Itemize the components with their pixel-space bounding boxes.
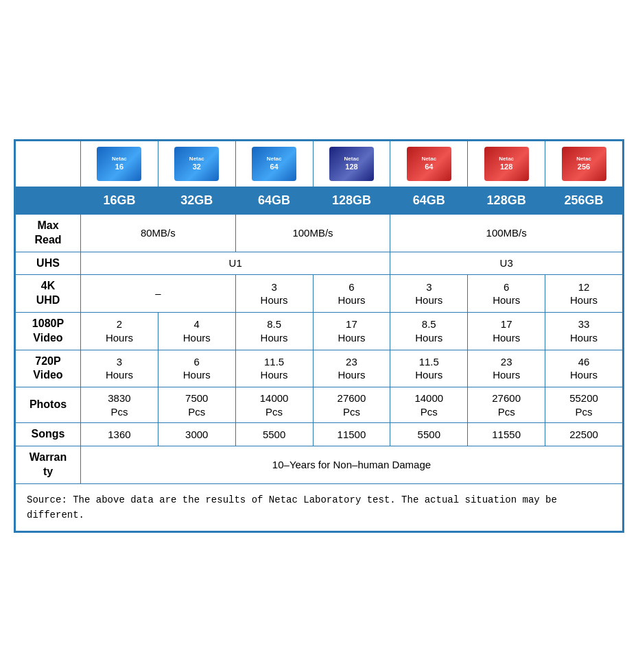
source-row: Source: The above data are the results o… (16, 483, 623, 531)
header-64gb-pro: 64GB (390, 187, 468, 214)
card-64gb-blue: Netac 64 (235, 141, 313, 187)
header-empty (16, 187, 81, 214)
720p-16gb: 3Hours (81, 350, 158, 387)
header-16gb: 16GB (81, 187, 158, 214)
songs-row: Songs 1360 3000 5500 11500 5500 11550 22… (16, 423, 623, 446)
warranty-value: 10–Years for Non–human Damage (81, 446, 623, 483)
photos-row: Photos 3830Pcs 7500Pcs 14000Pcs 27600Pcs… (16, 387, 623, 423)
4k-uhd-6h-128gb: 6Hours (313, 275, 390, 313)
photos-16gb: 3830Pcs (81, 387, 158, 423)
photos-red256: 55200Pcs (545, 387, 623, 423)
1080p-32gb: 4Hours (158, 313, 235, 350)
songs-128gb: 11500 (313, 423, 390, 446)
720p-64gb: 11.5Hours (235, 350, 313, 387)
720p-video-row: 720PVideo 3Hours 6Hours 11.5Hours 23Hour… (16, 350, 623, 387)
4k-uhd-3h-red64: 3Hours (390, 275, 468, 313)
uhs-u1: U1 (81, 252, 390, 275)
header-32gb: 32GB (158, 187, 235, 214)
photos-32gb: 7500Pcs (158, 387, 235, 423)
warranty-label: Warranty (16, 446, 81, 483)
720p-32gb: 6Hours (158, 350, 235, 387)
gb-header-row: 16GB 32GB 64GB 128GB 64GB 128GB 256GB (16, 187, 623, 214)
720p-red64: 11.5Hours (390, 350, 468, 387)
photos-label: Photos (16, 387, 81, 423)
max-read-80: 80MB/s (81, 215, 236, 252)
max-read-100-blue: 100MB/s (235, 215, 390, 252)
songs-red128: 11550 (468, 423, 545, 446)
720p-label: 720PVideo (16, 350, 81, 387)
720p-red128: 23Hours (468, 350, 545, 387)
photos-red64: 14000Pcs (390, 387, 468, 423)
card-16gb-blue: Netac 16 (81, 141, 158, 187)
warranty-row: Warranty 10–Years for Non–human Damage (16, 446, 623, 483)
4k-uhd-row: 4KUHD – 3Hours 6Hours 3Hours 6Hours 12Ho… (16, 275, 623, 313)
4k-uhd-6h-red128: 6Hours (468, 275, 545, 313)
source-text: Source: The above data are the results o… (16, 483, 623, 531)
header-64gb: 64GB (235, 187, 313, 214)
720p-128gb: 23Hours (313, 350, 390, 387)
1080p-red128: 17Hours (468, 313, 545, 350)
1080p-label: 1080PVideo (16, 313, 81, 350)
1080p-red256: 33Hours (545, 313, 623, 350)
4k-uhd-dash: – (81, 275, 236, 313)
songs-label: Songs (16, 423, 81, 446)
1080p-64gb: 8.5Hours (235, 313, 313, 350)
1080p-16gb: 2Hours (81, 313, 158, 350)
card-64gb-red: Netac 64 (390, 141, 468, 187)
720p-red256: 46Hours (545, 350, 623, 387)
header-128gb: 128GB (313, 187, 390, 214)
max-read-row: MaxRead 80MB/s 100MB/s 100MB/s (16, 215, 623, 252)
4k-uhd-12h-red256: 12Hours (545, 275, 623, 313)
header-128gb-pro: 128GB (468, 187, 545, 214)
songs-16gb: 1360 (81, 423, 158, 446)
1080p-128gb: 17Hours (313, 313, 390, 350)
comparison-table-wrapper: Netac 16 Netac 32 Netac 64 (14, 139, 624, 533)
songs-32gb: 3000 (158, 423, 235, 446)
photos-64gb: 14000Pcs (235, 387, 313, 423)
songs-red256: 22500 (545, 423, 623, 446)
card-128gb-red: Netac 128 (468, 141, 545, 187)
card-32gb-blue: Netac 32 (158, 141, 235, 187)
songs-red64: 5500 (390, 423, 468, 446)
card-image-row: Netac 16 Netac 32 Netac 64 (16, 141, 623, 187)
photos-128gb: 27600Pcs (313, 387, 390, 423)
header-256gb-pro: 256GB (545, 187, 623, 214)
1080p-red64: 8.5Hours (390, 313, 468, 350)
1080p-video-row: 1080PVideo 2Hours 4Hours 8.5Hours 17Hour… (16, 313, 623, 350)
uhs-row: UHS U1 U3 (16, 252, 623, 275)
card-256gb-red: Netac 256 (545, 141, 623, 187)
max-read-label: MaxRead (16, 215, 81, 252)
header-empty-cell (16, 141, 81, 187)
uhs-u3: U3 (390, 252, 623, 275)
max-read-100-red: 100MB/s (390, 215, 623, 252)
card-128gb-blue: Netac 128 (313, 141, 390, 187)
songs-64gb: 5500 (235, 423, 313, 446)
photos-red128: 27600Pcs (468, 387, 545, 423)
4k-uhd-3h-64gb: 3Hours (235, 275, 313, 313)
4k-uhd-label: 4KUHD (16, 275, 81, 313)
uhs-label: UHS (16, 252, 81, 275)
